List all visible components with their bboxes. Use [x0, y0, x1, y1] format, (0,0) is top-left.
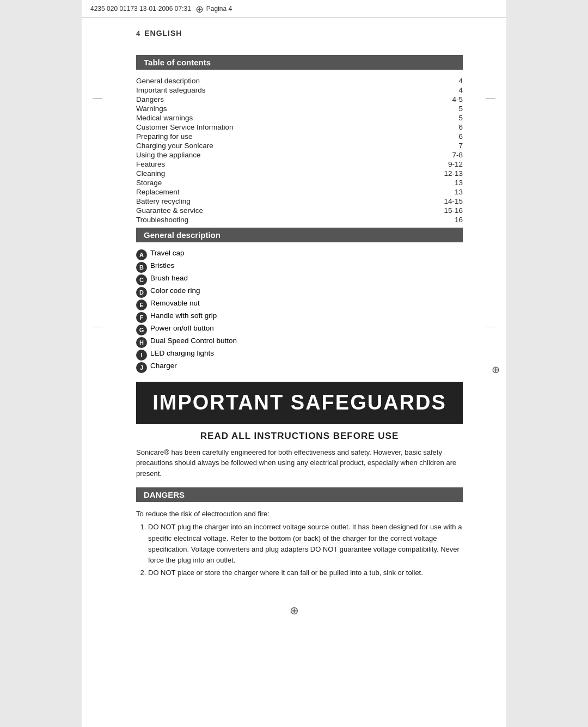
- item-label: Brush head: [150, 274, 188, 282]
- list-item: FHandle with soft grip: [136, 311, 463, 323]
- item-letter: H: [136, 337, 147, 348]
- item-label: Handle with soft grip: [150, 311, 217, 320]
- toc-row: Important safeguards4: [136, 85, 463, 95]
- list-item: CBrush head: [136, 274, 463, 285]
- toc-item-label: General description: [136, 76, 401, 85]
- toc-row: Replacement13: [136, 187, 463, 197]
- general-description-list: ATravel capBBristlesCBrush headDColor co…: [136, 249, 463, 373]
- toc-row: Guarantee & service15-16: [136, 206, 463, 215]
- item-label: Removable nut: [150, 299, 200, 307]
- toc-item-page: 4: [401, 76, 463, 85]
- item-label: Travel cap: [150, 249, 185, 257]
- toc-item-label: Features: [136, 160, 401, 169]
- toc-item-label: Battery recycling: [136, 197, 401, 206]
- toc-item-label: Important safeguards: [136, 85, 401, 95]
- toc-row: Troubleshooting16: [136, 215, 463, 224]
- toc-item-label: Cleaning: [136, 169, 401, 178]
- toc-item-page: 9-12: [401, 160, 463, 169]
- item-letter: A: [136, 249, 147, 260]
- toc-item-label: Medical warnings: [136, 113, 401, 123]
- item-letter: E: [136, 300, 147, 310]
- toc-item-page: 12-13: [401, 169, 463, 178]
- toc-row: Medical warnings5: [136, 113, 463, 123]
- registration-mark-right-bottom: [486, 327, 495, 327]
- registration-mark-left-top: [93, 98, 102, 99]
- list-item: ATravel cap: [136, 249, 463, 260]
- toc-item-page: 4: [401, 85, 463, 95]
- important-safeguards-block: IMPORTANT SAFEGUARDS: [136, 382, 463, 424]
- list-item: GPower on/off button: [136, 324, 463, 335]
- item-letter: F: [136, 312, 147, 323]
- main-content: 4 ENGLISH Table of contents General desc…: [82, 18, 506, 596]
- toc-row: General description4: [136, 76, 463, 85]
- header-code: 4235 020 01173 13-01-2006 07:31: [90, 5, 191, 13]
- dangers-header: DANGERS: [136, 487, 463, 502]
- toc-row: Cleaning12-13: [136, 169, 463, 178]
- registration-mark-right-center: ⊕: [492, 364, 500, 376]
- item-letter: G: [136, 325, 147, 335]
- important-safeguards-title: IMPORTANT SAFEGUARDS: [142, 392, 457, 414]
- toc-item-label: Customer Service Information: [136, 123, 401, 132]
- toc-item-page: 5: [401, 113, 463, 123]
- toc-item-page: 6: [401, 132, 463, 141]
- dangers-list-item: DO NOT plug the charger into an incorrec…: [148, 522, 463, 566]
- list-item: HDual Speed Control button: [136, 337, 463, 348]
- toc-item-label: Storage: [136, 178, 401, 187]
- toc-item-label: Replacement: [136, 187, 401, 197]
- toc-row: Preparing for use6: [136, 132, 463, 141]
- document-page: ⊕ 4235 020 01173 13-01-2006 07:31 Pagina…: [82, 0, 506, 727]
- toc-item-page: 5: [401, 104, 463, 113]
- item-label: Charger: [150, 362, 177, 370]
- toc-row: Using the appliance7-8: [136, 150, 463, 160]
- item-letter: D: [136, 287, 147, 298]
- toc-item-page: 14-15: [401, 197, 463, 206]
- toc-item-label: Troubleshooting: [136, 215, 401, 224]
- list-item: BBristles: [136, 261, 463, 273]
- toc-item-page: 4-5: [401, 95, 463, 104]
- document-header: 4235 020 01173 13-01-2006 07:31 Pagina 4: [82, 0, 506, 18]
- toc-item-page: 7-8: [401, 150, 463, 160]
- list-item: ERemovable nut: [136, 299, 463, 310]
- toc-table: General description4Important safeguards…: [136, 76, 463, 224]
- language-label: ENGLISH: [144, 29, 182, 41]
- item-label: Power on/off button: [150, 324, 214, 332]
- toc-item-page: 13: [401, 178, 463, 187]
- list-item: JCharger: [136, 362, 463, 373]
- dangers-text: To reduce the risk of electrocution and …: [136, 509, 463, 578]
- item-letter: I: [136, 350, 147, 361]
- read-all-subtitle: READ ALL INSTRUCTIONS BEFORE USE: [136, 431, 463, 442]
- general-desc-header: General description: [136, 228, 463, 242]
- item-label: Bristles: [150, 261, 174, 270]
- header-page: Pagina 4: [206, 5, 232, 13]
- toc-item-label: Guarantee & service: [136, 206, 401, 215]
- toc-item-page: 13: [401, 187, 463, 197]
- item-letter: J: [136, 362, 147, 373]
- toc-item-page: 15-16: [401, 206, 463, 215]
- toc-row: Customer Service Information6: [136, 123, 463, 132]
- toc-row: Features9-12: [136, 160, 463, 169]
- list-item: DColor code ring: [136, 286, 463, 298]
- toc-row: Dangers4-5: [136, 95, 463, 104]
- header-crosshair: [195, 3, 206, 14]
- toc-item-page: 6: [401, 123, 463, 132]
- toc-item-label: Charging your Sonicare: [136, 141, 401, 150]
- toc-item-label: Using the appliance: [136, 150, 401, 160]
- toc-item-label: Dangers: [136, 95, 401, 104]
- dangers-section: DANGERS To reduce the risk of electrocut…: [136, 487, 463, 578]
- section-number: 4: [136, 29, 140, 38]
- list-item: ILED charging lights: [136, 349, 463, 361]
- toc-item-page: 16: [401, 215, 463, 224]
- safeguards-intro: Sonicare® has been carefully engineered …: [136, 447, 463, 479]
- toc-item-label: Preparing for use: [136, 132, 401, 141]
- registration-mark-right-top: [486, 98, 495, 99]
- item-letter: C: [136, 274, 147, 285]
- toc-row: Warnings5: [136, 104, 463, 113]
- toc-item-label: Warnings: [136, 104, 401, 113]
- toc-item-page: 7: [401, 141, 463, 150]
- toc-row: Charging your Sonicare7: [136, 141, 463, 150]
- registration-mark-left-bottom: [93, 327, 102, 327]
- item-label: LED charging lights: [150, 349, 214, 357]
- registration-mark-bottom: ⊕: [82, 596, 506, 622]
- dangers-intro: To reduce the risk of electrocution and …: [136, 509, 463, 520]
- item-label: Dual Speed Control button: [150, 337, 237, 345]
